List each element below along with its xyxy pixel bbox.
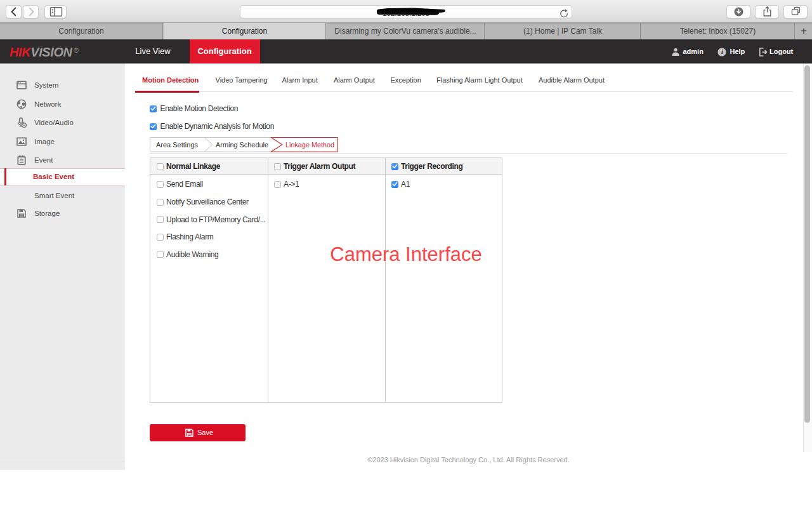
svg-text:Linkage Method: Linkage Method [285,141,334,149]
svg-text:i: i [721,48,723,55]
svg-text:Arming Schedule: Arming Schedule [216,141,268,149]
svg-text:Area Settings: Area Settings [156,141,198,149]
